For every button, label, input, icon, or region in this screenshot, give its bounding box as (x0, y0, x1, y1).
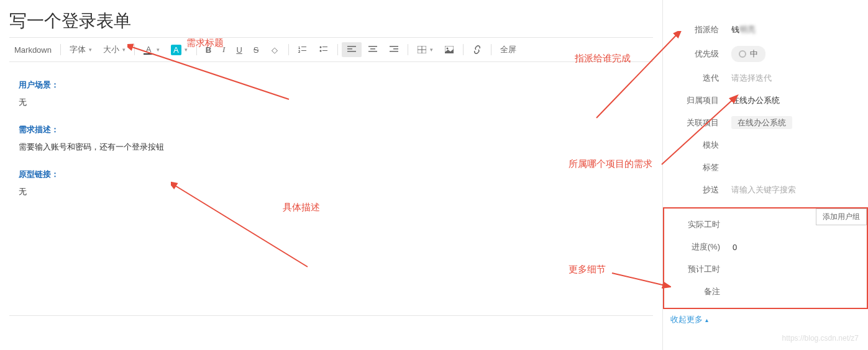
iteration-select[interactable]: 请选择迭代 (731, 73, 868, 84)
properties-sidebar: 指派给 钱明亮 优先级 中 迭代 请选择迭代 归属项目 在线办公系统 关联项目 … (663, 0, 868, 350)
align-right-button[interactable] (384, 42, 404, 57)
fullscreen-button[interactable]: 全屏 (495, 42, 521, 58)
svg-rect-16 (390, 51, 398, 52)
align-center-button[interactable] (363, 42, 383, 57)
desc-header: 需求描述： (19, 122, 644, 137)
svg-rect-11 (368, 46, 377, 47)
editor-toolbar: Markdown 字体 大小 A A B I U S ◇ 12 (9, 37, 653, 62)
underline-button[interactable]: U (231, 43, 247, 57)
cc-input[interactable]: 请输入关键字搜索 (731, 184, 868, 195)
editor-content[interactable]: 用户场景： 无 需求描述： 需要输入账号和密码，还有一个登录按钮 原型链接： 无 (9, 62, 653, 220)
proto-header: 原型链接： (19, 167, 644, 181)
svg-rect-15 (393, 48, 398, 50)
module-label: 模块 (663, 140, 731, 151)
actual-hours-label: 实际工时 (664, 219, 733, 230)
watermark-text: https://blog.csdn.net/z7 (782, 334, 859, 343)
svg-rect-3 (301, 50, 306, 51)
project-value[interactable]: 在线办公系统 (731, 95, 868, 106)
priority-value[interactable]: 中 (731, 46, 868, 62)
scene-header: 用户场景： (19, 78, 644, 92)
svg-rect-12 (370, 48, 375, 50)
table-button[interactable] (412, 42, 438, 57)
priority-label: 优先级 (663, 48, 731, 60)
svg-rect-5 (322, 47, 327, 47)
svg-rect-7 (322, 50, 327, 51)
more-details-box: 添加用户组 实际工时 进度(%) 0 预计工时 备注 (663, 207, 868, 309)
svg-text:2: 2 (298, 50, 301, 53)
related-project-value[interactable]: 在线办公系统 (731, 117, 868, 128)
assignee-value[interactable]: 钱明亮 (731, 24, 868, 35)
font-family-dropdown[interactable]: 字体 (65, 42, 97, 58)
clear-format-button[interactable]: ◇ (265, 42, 285, 57)
unordered-list-button[interactable] (314, 42, 334, 57)
italic-button[interactable]: I (217, 42, 230, 57)
svg-rect-10 (347, 51, 356, 52)
proto-content: 无 (19, 184, 644, 199)
markdown-mode-button[interactable]: Markdown (9, 43, 57, 57)
ordered-list-button[interactable]: 12 (293, 42, 313, 57)
font-size-dropdown[interactable]: 大小 (98, 42, 130, 58)
main-editor-area: Markdown 字体 大小 A A B I U S ◇ 12 (0, 0, 663, 350)
svg-rect-14 (390, 46, 398, 47)
strikethrough-button[interactable]: S (249, 43, 264, 57)
bold-button[interactable]: B (201, 43, 216, 57)
assignee-label: 指派给 (663, 24, 731, 35)
iteration-label: 迭代 (663, 73, 731, 84)
svg-rect-8 (347, 46, 356, 47)
svg-rect-13 (368, 51, 377, 52)
add-user-group-button[interactable]: 添加用户组 (816, 209, 867, 225)
requirement-title-input[interactable] (9, 0, 653, 37)
estimate-hours-label: 预计工时 (664, 264, 733, 275)
align-left-button[interactable] (342, 42, 362, 57)
highlight-color-button[interactable]: A (166, 42, 193, 58)
svg-rect-1 (301, 47, 306, 47)
image-button[interactable] (439, 42, 459, 57)
project-label: 归属项目 (663, 95, 731, 106)
remark-label: 备注 (664, 286, 733, 297)
collapse-more-link[interactable]: 收起更多 (663, 309, 716, 330)
scene-content: 无 (19, 95, 644, 109)
svg-point-4 (320, 47, 322, 48)
font-color-button[interactable]: A (139, 42, 165, 57)
cc-label: 抄送 (663, 184, 731, 195)
desc-content: 需要输入账号和密码，还有一个登录按钮 (19, 140, 644, 154)
tags-label: 标签 (663, 162, 731, 173)
svg-point-21 (447, 48, 449, 50)
svg-point-6 (320, 50, 322, 52)
related-project-label: 关联项目 (663, 117, 731, 128)
progress-label: 进度(%) (664, 241, 733, 253)
svg-rect-9 (347, 48, 352, 50)
link-button[interactable] (467, 42, 487, 57)
progress-value[interactable]: 0 (733, 243, 867, 252)
